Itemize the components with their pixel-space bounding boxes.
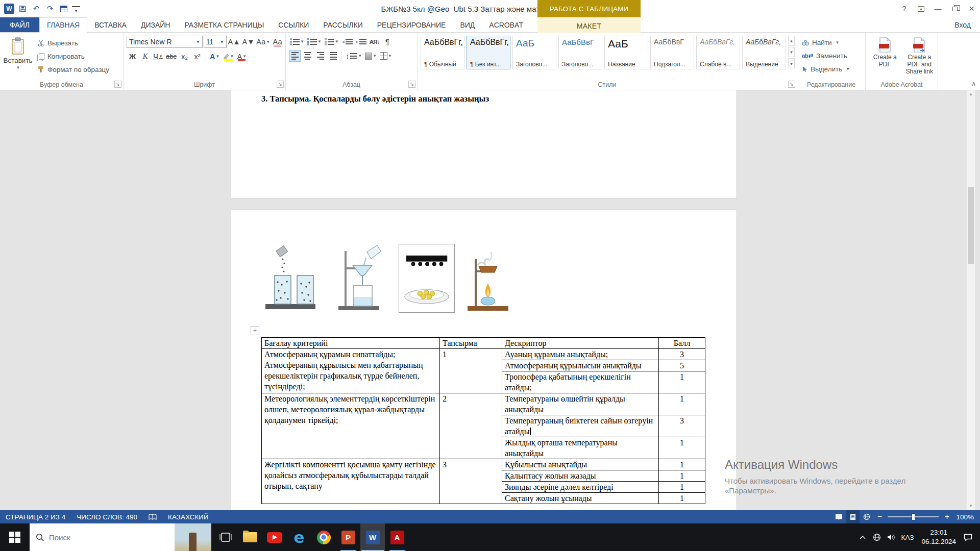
show-marks-button[interactable]: ¶ [381,36,393,47]
style-card-3[interactable]: АаБбВвГЗаголово... [558,36,602,69]
tab-вставка[interactable]: ВСТАВКА [87,17,134,32]
scrollbar-thumb[interactable] [968,187,974,264]
scroll-up-icon[interactable]: ▲ [967,90,975,98]
qat-customize-icon[interactable]: ▾ [72,6,80,13]
cut-button[interactable]: Вырезать [36,37,111,48]
grow-font-button[interactable]: А▲ [228,36,241,48]
numbering-button[interactable]: ▼ [306,36,323,47]
descriptor-cell[interactable]: Қалыптасу жолын жазады [502,470,659,482]
descriptor-cell[interactable]: Атмосфераның құрылысын анықтайды [502,360,659,371]
task-number-cell[interactable]: 3 [440,459,502,504]
zoom-slider-thumb[interactable] [912,513,915,520]
sort-button[interactable]: АЯ↓ [369,36,380,47]
subscript-button[interactable]: х₂ [179,51,190,62]
clear-formatting-button[interactable]: Аа [272,36,283,48]
file-explorer-button[interactable] [238,523,262,551]
criterion-cell[interactable]: Атмосфераның құрамын сипаттайды; Атмосфе… [262,349,440,393]
style-card-4[interactable]: АаБНазвание [604,36,648,69]
score-cell[interactable]: 1 [659,470,705,482]
descriptor-cell[interactable]: Құбылысты анықтайды [502,459,659,470]
score-cell[interactable]: 3 [659,349,705,360]
score-cell[interactable]: 1 [659,482,705,493]
font-dialog-launcher[interactable]: ↘ [277,81,284,88]
print-layout-icon[interactable] [846,510,860,523]
zoom-slider[interactable] [888,516,939,517]
style-card-6[interactable]: АаБбВвГг,Слабое в... [696,36,740,69]
descriptor-cell[interactable]: Температураны өлшейтін құралды анықтайды [502,393,659,415]
word-count[interactable]: ЧИСЛО СЛОВ: 490 [71,510,143,523]
table-header-cell[interactable]: Балл [659,338,705,349]
tab-рассылки[interactable]: РАССЫЛКИ [316,17,370,32]
sign-in-link[interactable]: Вход [945,17,980,32]
paste-button[interactable]: Вставить ▼ [3,36,33,80]
style-card-1[interactable]: АаБбВвГг,¶ Без инт... [467,36,510,69]
align-right-button[interactable] [314,50,326,62]
chrome-button[interactable] [311,523,336,551]
format-painter-button[interactable]: Формат по образцу [36,64,111,75]
zoom-out-icon[interactable]: − [873,512,886,521]
volume-icon[interactable] [884,523,898,551]
score-cell[interactable]: 1 [659,371,705,393]
web-layout-icon[interactable] [860,510,873,523]
ribbon-display-icon[interactable]: ▴ [913,0,929,17]
shading-button[interactable]: ▼ [364,50,378,62]
undo-icon[interactable]: ↶ [31,3,42,14]
italic-button[interactable]: К [139,51,151,62]
vertical-scrollbar[interactable]: ▲ ▼ [966,90,975,510]
tab-ссылки[interactable]: ССЫЛКИ [271,17,316,32]
table-header-cell[interactable]: Бағалау критерийі [262,338,440,349]
underline-button[interactable]: Ч▼ [152,51,164,62]
scroll-down-icon[interactable]: ▼ [967,502,975,510]
clock[interactable]: 23:01 06.12.2024 [917,528,961,546]
restore-icon[interactable] [946,0,963,17]
search-input[interactable] [49,533,146,542]
table-header-cell[interactable]: Дескриптор [502,338,659,349]
tab-дизайн[interactable]: ДИЗАЙН [134,17,178,32]
descriptor-cell[interactable]: Тропосфера қабатының ерекшелігін атайды; [502,371,659,393]
task-number-cell[interactable]: 1 [440,349,502,393]
tab-макет[interactable]: МАКЕТ [537,17,641,35]
close-icon[interactable]: × [963,0,980,17]
select-button[interactable]: Выделить▼ [800,63,863,74]
youtube-button[interactable] [262,523,287,551]
tab-acrobat[interactable]: ACROBAT [482,17,530,32]
word-app-icon[interactable]: W [4,4,14,14]
start-button[interactable] [0,523,30,551]
word-button[interactable]: W [360,523,385,551]
align-left-button[interactable] [289,50,301,62]
find-button[interactable]: Найти▼ [800,37,863,48]
font-size-combo[interactable]: 11▼ [204,36,227,48]
descriptor-cell[interactable]: Температураның биіктеген сайын өзгеруін … [502,415,659,437]
score-cell[interactable]: 3 [659,415,705,437]
replace-button[interactable]: ab⇄ Заменить [800,50,863,61]
clipboard-dialog-launcher[interactable]: ↘ [114,81,121,88]
tab-вид[interactable]: ВИД [453,17,482,32]
score-cell[interactable]: 1 [659,493,705,504]
network-icon[interactable] [870,523,884,551]
superscript-button[interactable]: х² [191,51,203,62]
proofing-status-icon[interactable] [143,510,162,523]
tab-файл[interactable]: ФАЙЛ [0,17,39,32]
descriptor-cell[interactable]: Жылдық орташа температураны анықтайды [502,437,659,459]
borders-button[interactable]: ▼ [379,50,393,62]
tab-рецензирование[interactable]: РЕЦЕНЗИРОВАНИЕ [370,17,453,32]
descriptor-cell[interactable]: Сақтану жолын ұсынады [502,493,659,504]
copy-button[interactable]: Копировать [36,51,111,62]
document-page-2[interactable]: + Бағалау критерийіТапсырмаДескрипторБал… [231,210,737,510]
taskbar-search[interactable] [30,523,211,551]
score-cell[interactable]: 1 [659,393,705,415]
document-page-1[interactable]: 3. Тапсырма. Қоспаларды бөлу әдістерін а… [231,90,737,198]
score-cell[interactable]: 1 [659,437,705,459]
input-language[interactable]: КАЗ [898,523,917,551]
highlight-color-button[interactable]: ▼ [222,51,235,62]
score-cell[interactable]: 5 [659,360,705,371]
align-center-button[interactable] [302,50,313,62]
qat-table-icon[interactable] [58,3,69,14]
font-color-button[interactable]: А▼ [236,51,248,62]
increase-indent-button[interactable]: ▸ [355,36,368,47]
strikethrough-button[interactable]: abc [165,51,178,62]
style-card-2[interactable]: АаБЗаголово... [512,36,556,69]
language-indicator[interactable]: КАЗАХСКИЙ [162,510,214,523]
decrease-indent-button[interactable]: ◂ [341,36,354,47]
criterion-cell[interactable]: Жергілікті компонентті қосымша қамту нег… [262,459,440,504]
